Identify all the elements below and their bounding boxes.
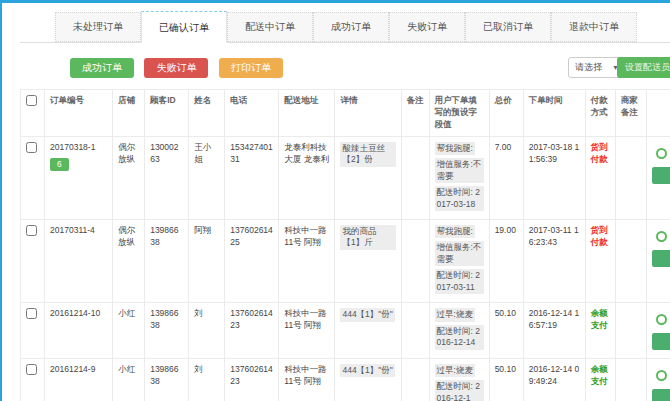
column-header: 姓名 [189,90,225,137]
row-action-button[interactable] [652,250,670,267]
table-body: 20170318-16偶尔放纵13000263王小姐15342740131龙泰利… [21,136,670,401]
preset-field-tag: 帮我跑腿: [435,142,475,155]
customer-id-cell: 13986638 [145,220,189,303]
note-cell [401,220,429,303]
column-header: 订单编号 [45,90,113,137]
tab-1[interactable]: 未处理订单 [55,12,141,42]
tab-bar: 未处理订单已确认订单配送中订单成功订单失败订单已取消订单退款中订单 [20,11,670,43]
table-header-row: 订单编号店铺顾客ID姓名电话配送地址详情备注用户下单填写的预设字段值总价下单时间… [21,90,670,137]
tab-6[interactable]: 已取消订单 [465,12,551,42]
note-cell [401,303,429,358]
customer-name-cell: 王小姐 [189,136,225,219]
row-checkbox-cell [21,220,45,303]
merchant-note-cell [615,358,646,401]
merchant-note-cell [615,303,646,358]
row-checkbox-cell [21,358,45,401]
customer-name-cell: 阿翔 [189,220,225,303]
action-circle-icon[interactable] [656,148,667,159]
row-action-button[interactable] [652,333,670,350]
column-header: 配送地址 [279,90,335,137]
shop-cell: 小红 [113,303,145,358]
shop-cell: 偶尔放纵 [113,220,145,303]
action-circle-icon[interactable] [656,314,667,325]
detail-cell: 444【1】"份" [335,303,401,358]
preset-field-tag: 帮我跑腿: [435,225,475,238]
set-courier-button[interactable]: 设置配送员 [617,57,670,78]
customer-id-cell: 13986638 [145,303,189,358]
order-number: 20161214-10 [50,308,107,320]
courier-select-value: 请选择 [575,61,602,74]
detail-tag: 444【1】"份" [340,308,394,321]
total-price-cell: 7.00 [489,136,523,219]
order-number-cell: 20170311-4 [45,220,113,303]
column-header: 店铺 [113,90,145,137]
tab-2[interactable]: 已确认订单 [141,11,227,43]
tab-3[interactable]: 配送中订单 [227,12,313,42]
tab-7[interactable]: 退款中订单 [551,12,637,42]
action-circle-icon[interactable] [656,231,667,242]
detail-cell: 我的商品【1】斤 [335,220,401,303]
customer-id-cell: 13000263 [145,136,189,219]
customer-name-cell: 刘 [189,303,225,358]
detail-cell: 酸辣土豆丝【2】份 [335,136,401,219]
customer-id-cell: 13986638 [145,358,189,401]
customer-name-cell: 刘 [189,358,225,401]
merchant-note-cell [615,136,646,219]
actions-cell [646,136,670,219]
merchant-note-cell [615,220,646,303]
order-number-cell: 20161214-9 [45,358,113,401]
detail-cell: 444【1】"份" [335,358,401,401]
row-checkbox-cell [21,136,45,219]
order-number: 20161214-9 [50,364,107,376]
actions-cell [646,303,670,358]
total-price-cell: 19.00 [489,220,523,303]
payment-method-cell: 货到付款 [585,220,615,303]
payment-method-cell: 余额支付 [585,358,615,401]
phone-cell: 15342740131 [225,136,279,219]
table-row: 20170318-16偶尔放纵13000263王小姐15342740131龙泰利… [21,136,670,219]
success-order-button[interactable]: 成功订单 [70,58,134,78]
row-checkbox[interactable] [26,142,37,153]
column-header: 下单时间 [523,90,585,137]
action-circle-icon[interactable] [656,370,667,381]
preset-field-tag: 配送时间: 2016-12-14 [435,325,484,350]
select-all-checkbox[interactable] [26,95,37,106]
order-number-cell: 20170318-16 [45,136,113,219]
preset-fields-cell: 帮我跑腿:增值服务:不需要配送时间: 2017-03-18 [429,136,489,219]
table-row: 20170311-4偶尔放纵13986638阿翔13760261425科技中一路… [21,220,670,303]
order-count-badge: 6 [50,158,69,172]
address-cell: 科技中一路11号 阿翔 [279,358,335,401]
preset-fields-cell: 帮我跑腿:增值服务:不需要配送时间: 2017-03-11 [429,220,489,303]
order-time-cell: 2016-12-14 16:57:19 [523,303,585,358]
row-action-button[interactable] [652,167,670,184]
preset-field-tag: 配送时间: 2017-03-11 [435,269,484,294]
column-header: 商家备注 [615,90,646,137]
address-cell: 科技中一路11号 阿翔 [279,220,335,303]
detail-tag: 酸辣土豆丝【2】份 [340,142,395,167]
tab-5[interactable]: 失败订单 [389,12,465,42]
column-header: 总价 [489,90,523,137]
row-checkbox[interactable] [26,308,37,319]
toolbar: 成功订单 失败订单 打印订单 请选择 ▼ 设置配送员 [70,57,670,79]
detail-tag: 我的商品【1】斤 [340,225,395,250]
preset-field-tag: 增值服务:不需要 [435,158,484,183]
address-cell: 科技中一路11号 阿翔 [279,303,335,358]
preset-field-tag: 配送时间: 2016-12-1 [435,380,484,401]
row-action-button[interactable] [652,389,670,401]
column-header: 用户下单填写的预设字段值 [429,90,489,137]
order-number-cell: 20161214-10 [45,303,113,358]
column-header-actions [646,90,670,137]
row-checkbox[interactable] [26,225,37,236]
shop-cell: 偶尔放纵 [113,136,145,219]
row-checkbox[interactable] [26,364,37,375]
order-management-page: { "tabs": [ { "label": "未处理订单", "active"… [0,0,670,401]
table-row: 20161214-10小红13986638刘13760261423科技中一路11… [21,303,670,358]
note-cell [401,136,429,219]
tab-4[interactable]: 成功订单 [313,12,389,42]
fail-order-button[interactable]: 失败订单 [144,58,208,78]
order-time-cell: 2017-03-11 16:23:43 [523,220,585,303]
payment-method-cell: 余额支付 [585,303,615,358]
phone-cell: 13760261423 [225,358,279,401]
column-header: 详情 [335,90,401,137]
print-order-button[interactable]: 打印订单 [219,58,283,78]
